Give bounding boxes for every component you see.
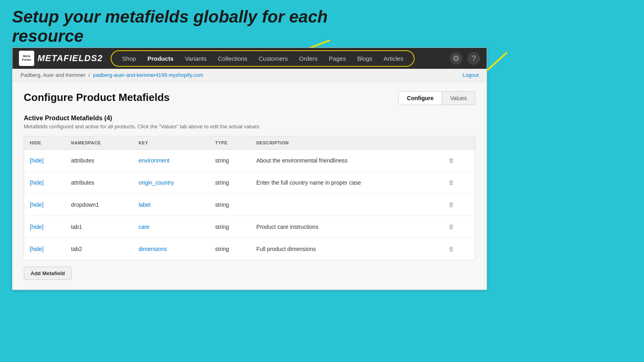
hide-link-4[interactable]: [hide]: [30, 224, 43, 230]
key-link-5[interactable]: dimensions: [138, 246, 167, 252]
key-link-2[interactable]: origin_country: [138, 179, 174, 186]
nav-menu: Shop Products Variants Collections Custo…: [111, 50, 415, 67]
main-content: Configure Product Metafields Configure V…: [12, 82, 487, 290]
tab-group: Configure Values: [398, 91, 475, 105]
col-description: DESCRIPTION: [251, 136, 441, 150]
nav-blogs[interactable]: Blogs: [351, 53, 378, 64]
breadcrumb: Padberg, Auer and Kemmer / padberg-auer-…: [21, 72, 203, 78]
table-row: [hide] tab2 dimensions string Full produ…: [24, 238, 475, 260]
logout-link[interactable]: Logout: [462, 72, 479, 78]
namespace-1: attributes: [66, 150, 133, 172]
col-namespace: NAMESPACE: [66, 136, 133, 150]
col-type: TYPE: [210, 136, 251, 150]
app-window: Meta Fields METAFIELDS2 Shop Products Va…: [12, 47, 487, 290]
nav-variants[interactable]: Variants: [179, 53, 212, 64]
nav-customers[interactable]: Customers: [253, 53, 294, 64]
metafields-table: HIDE NAMESPACE KEY TYPE DESCRIPTION [hid…: [24, 136, 475, 260]
namespace-5: tab2: [66, 238, 133, 260]
section-desc: Metafields configured and active for all…: [24, 123, 475, 130]
navbar: Meta Fields METAFIELDS2 Shop Products Va…: [12, 48, 487, 69]
nav-orders[interactable]: Orders: [293, 53, 323, 64]
store-name: Padberg, Auer and Kemmer: [21, 72, 85, 78]
desc-3: [251, 194, 441, 216]
tab-configure[interactable]: Configure: [399, 92, 442, 105]
key-link-1[interactable]: environment: [138, 157, 169, 164]
key-link-3[interactable]: label: [138, 202, 151, 208]
page-header: Configure Product Metafields Configure V…: [24, 91, 475, 105]
desc-4: Product care instructions: [251, 216, 441, 238]
breadcrumb-bar: Padberg, Auer and Kemmer / padberg-auer-…: [12, 69, 487, 82]
type-2: string: [210, 172, 251, 194]
key-link-4[interactable]: care: [138, 224, 149, 230]
delete-btn-3[interactable]: [447, 200, 456, 210]
tab-values[interactable]: Values: [442, 92, 475, 105]
nav-articles[interactable]: Articles: [378, 53, 409, 64]
table-row: [hide] dropdown1 label string: [24, 194, 475, 216]
hide-link-5[interactable]: [hide]: [30, 246, 43, 252]
nav-collections[interactable]: Collections: [212, 53, 253, 64]
delete-btn-2[interactable]: [447, 177, 456, 188]
desc-5: Full product dimensions: [251, 238, 441, 260]
delete-btn-4[interactable]: [447, 222, 456, 232]
col-key: KEY: [133, 136, 209, 150]
nav-products[interactable]: Products: [142, 53, 179, 64]
type-5: string: [210, 238, 251, 260]
namespace-3: dropdown1: [66, 194, 133, 216]
col-hide: HIDE: [24, 136, 66, 150]
brand-logo: Meta Fields: [19, 51, 34, 66]
brand: Meta Fields METAFIELDS2: [19, 51, 103, 66]
brand-title: METAFIELDS2: [37, 53, 103, 64]
desc-1: About the environmental friendliness: [251, 150, 441, 172]
settings-icon[interactable]: ⚙: [450, 52, 462, 65]
type-1: string: [210, 150, 251, 172]
nav-shop[interactable]: Shop: [116, 53, 142, 64]
store-url[interactable]: padberg-auer-and-kemmer4199.myshopify.co…: [93, 72, 203, 78]
col-actions: [441, 136, 475, 150]
page-title: Configure Product Metafields: [24, 91, 170, 104]
type-4: string: [210, 216, 251, 238]
hide-link-3[interactable]: [hide]: [30, 202, 43, 208]
table-row: [hide] attributes environment string Abo…: [24, 150, 475, 172]
navbar-right: ⚙ ?: [450, 52, 480, 65]
add-metafield-button[interactable]: Add Metafield: [24, 267, 72, 280]
section-title: Active Product Metafields (4): [24, 115, 475, 122]
table-row: [hide] attributes origin_country string …: [24, 172, 475, 194]
table-row: [hide] tab1 care string Product care ins…: [24, 216, 475, 238]
desc-2: Enter the full country name in proper ca…: [251, 172, 441, 194]
hide-link-1[interactable]: [hide]: [30, 157, 43, 164]
delete-btn-5[interactable]: [447, 244, 456, 254]
type-3: string: [210, 194, 251, 216]
delete-btn-1[interactable]: [447, 155, 456, 166]
help-icon[interactable]: ?: [467, 52, 480, 65]
namespace-4: tab1: [66, 216, 133, 238]
nav-pages[interactable]: Pages: [323, 53, 352, 64]
hide-link-2[interactable]: [hide]: [30, 179, 43, 186]
namespace-2: attributes: [66, 172, 133, 194]
breadcrumb-sep: /: [89, 72, 90, 78]
